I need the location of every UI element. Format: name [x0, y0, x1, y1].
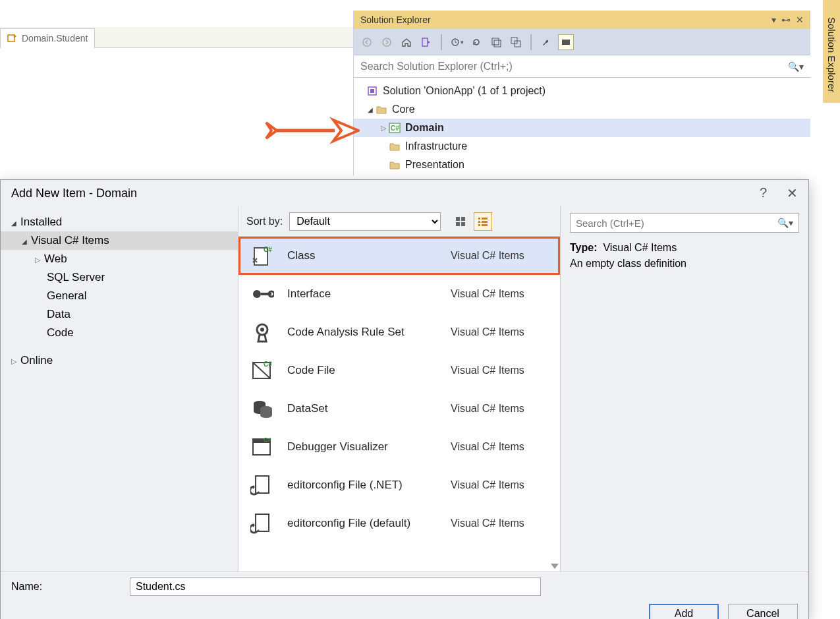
svg-rect-40	[256, 514, 269, 531]
category-online[interactable]: Online	[1, 351, 238, 370]
dialog-title: Add New Item - Domain	[11, 187, 137, 200]
template-item-editorconfig-default[interactable]: editorconfig File (default) Visual C# It…	[238, 504, 560, 543]
sync-icon[interactable]	[418, 34, 434, 50]
template-list-header: Sort by: Default	[238, 206, 560, 237]
template-list[interactable]: C# Class Visual C# Items Interface Visua…	[238, 237, 560, 572]
solution-explorer-toolbar: ▾	[354, 29, 810, 55]
ruleset-icon	[249, 319, 275, 345]
name-label: Name:	[11, 581, 117, 593]
pin-dropdown-icon[interactable]: ▾	[771, 15, 776, 25]
back-icon[interactable]	[359, 34, 375, 50]
view-large-icons[interactable]	[451, 212, 470, 231]
close-icon[interactable]: ✕	[796, 15, 804, 25]
template-item-class[interactable]: C# Class Visual C# Items	[238, 237, 560, 275]
forward-icon[interactable]	[379, 34, 395, 50]
svg-rect-15	[456, 217, 460, 221]
svg-rect-11	[370, 89, 374, 93]
docked-tab-solution-explorer[interactable]: Solution Explorer	[823, 0, 840, 103]
tree-domain-node[interactable]: C# Domain	[354, 119, 810, 137]
search-icon[interactable]: 🔍▾	[788, 61, 804, 72]
visualizer-icon: C#	[249, 434, 275, 460]
solution-explorer-search[interactable]: 🔍▾	[354, 55, 810, 78]
editorconfig-icon	[249, 510, 275, 537]
template-category-tree: Installed Visual C# Items Web SQL Server…	[1, 206, 238, 572]
toolbar-separator	[530, 34, 532, 50]
dialog-footer: Name: Add Cancel	[1, 572, 808, 619]
tree-label: Core	[392, 103, 415, 115]
pin-icon[interactable]: ⊷	[781, 15, 791, 25]
show-all-icon[interactable]	[508, 34, 524, 50]
wrench-icon[interactable]	[538, 34, 554, 50]
template-description-panel: 🔍▾ Type: Visual C# Items An empty class …	[561, 206, 808, 572]
add-new-item-dialog: Add New Item - Domain ? ✕ Installed Visu…	[0, 179, 809, 619]
home-icon[interactable]	[399, 34, 414, 50]
category-csharp-items[interactable]: Visual C# Items	[1, 231, 238, 250]
template-item-dataset[interactable]: DataSet Visual C# Items	[238, 390, 560, 428]
svg-rect-22	[482, 221, 488, 223]
template-item-debugger-visualizer[interactable]: C# Debugger Visualizer Visual C# Items	[238, 428, 560, 466]
tree-infrastructure-node[interactable]: Infrastructure	[354, 137, 810, 156]
tree-solution-node[interactable]: Solution 'OnionApp' (1 of 1 project)	[354, 82, 810, 100]
folder-icon	[388, 140, 401, 153]
svg-rect-3	[422, 38, 428, 46]
svg-rect-5	[492, 38, 499, 45]
add-button[interactable]: Add	[649, 604, 719, 619]
csharp-project-icon: C#	[388, 121, 401, 134]
history-icon[interactable]: ▾	[449, 34, 464, 50]
expand-icon[interactable]	[11, 354, 16, 367]
interface-icon	[249, 281, 275, 307]
folder-icon	[388, 158, 401, 171]
template-search[interactable]: 🔍▾	[570, 213, 799, 233]
svg-text:C#: C#	[264, 246, 272, 253]
dataset-icon	[249, 396, 275, 422]
svg-point-27	[253, 290, 261, 298]
category-web[interactable]: Web	[1, 250, 238, 268]
editor-tab-label: Domain.Student	[22, 33, 88, 44]
editor-tab-domain-student[interactable]: Domain.Student	[0, 28, 95, 48]
tree-core-node[interactable]: Core	[354, 100, 810, 119]
expand-icon[interactable]	[379, 124, 388, 133]
tree-presentation-node[interactable]: Presentation	[354, 156, 810, 174]
sort-select[interactable]: Default	[289, 212, 441, 231]
svg-rect-20	[482, 218, 488, 220]
search-icon[interactable]: 🔍▾	[777, 218, 793, 228]
expand-icon[interactable]	[366, 106, 375, 113]
solution-explorer-panel: Solution Explorer ▾ ⊷ ✕ ▾ 🔍▾ Solution 'O…	[353, 11, 810, 175]
collapse-icon[interactable]	[488, 34, 504, 50]
cancel-button[interactable]: Cancel	[728, 604, 798, 619]
template-search-input[interactable]	[576, 218, 771, 229]
svg-text:C#: C#	[264, 361, 272, 368]
expand-icon[interactable]	[11, 216, 16, 229]
expand-icon[interactable]	[35, 252, 40, 265]
solution-icon	[366, 84, 379, 98]
tree-label: Domain	[405, 122, 444, 134]
category-code[interactable]: Code	[1, 324, 238, 342]
template-item-code-analysis[interactable]: Code Analysis Rule Set Visual C# Items	[238, 313, 560, 351]
svg-point-31	[260, 328, 264, 332]
template-type-line: Type: Visual C# Items	[570, 242, 799, 254]
solution-explorer-search-input[interactable]	[360, 61, 760, 73]
template-list-panel: Sort by: Default C# Class Visual C# Item…	[238, 206, 561, 572]
code-file-icon: C#	[249, 357, 275, 384]
preview-icon[interactable]	[558, 34, 574, 50]
svg-rect-23	[478, 224, 480, 226]
svg-rect-16	[461, 217, 465, 221]
svg-rect-21	[478, 221, 480, 223]
template-description-text: An empty class definition	[570, 258, 799, 270]
template-item-editorconfig-net[interactable]: editorconfig File (.NET) Visual C# Items	[238, 466, 560, 504]
toolbar-separator	[441, 34, 442, 50]
scrollbar[interactable]	[551, 237, 559, 572]
template-item-code-file[interactable]: C# Code File Visual C# Items	[238, 351, 560, 390]
name-input[interactable]	[130, 577, 541, 596]
refresh-icon[interactable]	[468, 34, 484, 50]
template-item-interface[interactable]: Interface Visual C# Items	[238, 275, 560, 313]
category-installed[interactable]: Installed	[1, 213, 238, 231]
tree-label: Presentation	[405, 159, 464, 171]
expand-icon[interactable]	[22, 234, 27, 247]
category-sql-server[interactable]: SQL Server	[1, 268, 238, 287]
close-icon[interactable]: ✕	[787, 185, 798, 201]
view-list[interactable]	[474, 212, 492, 231]
category-data[interactable]: Data	[1, 305, 238, 324]
help-icon[interactable]: ?	[760, 185, 767, 201]
category-general[interactable]: General	[1, 287, 238, 305]
